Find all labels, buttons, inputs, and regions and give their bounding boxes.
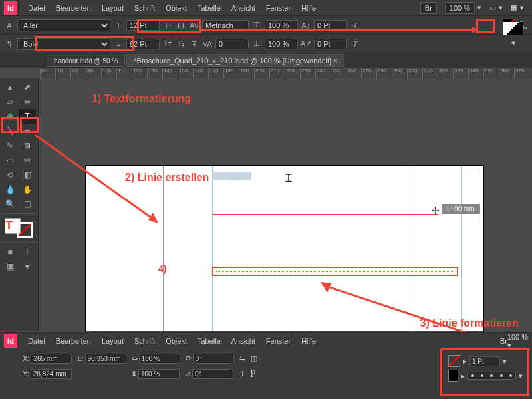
fill-stroke-swatch[interactable]: T	[1, 216, 36, 240]
tab-handout[interactable]: handout.indd @ 50 %	[47, 55, 125, 67]
menu-hilfe[interactable]: Hilfe	[296, 4, 321, 12]
stroke-weight-input[interactable]	[469, 356, 500, 366]
length-input[interactable]	[85, 354, 126, 364]
gradient-tool[interactable]: ◧	[19, 168, 36, 182]
baseline-input[interactable]	[314, 20, 347, 31]
subscript-icon[interactable]: T₁	[176, 39, 186, 49]
annotation-2: 2) Linie erstellen	[125, 172, 209, 184]
menu-schrift[interactable]: Schrift	[129, 4, 160, 12]
y-label: Y:	[23, 370, 29, 378]
annotation-4: 4)	[158, 263, 166, 274]
close-icon[interactable]: ×	[333, 57, 337, 65]
x-input[interactable]	[31, 354, 72, 364]
bottom-control-area: 3) Linie formatieren Id Datei Bearbeiten…	[0, 332, 532, 399]
drawn-line[interactable]	[212, 214, 438, 215]
hand-tool[interactable]: ✋	[19, 182, 36, 197]
apply-color[interactable]: ■	[1, 245, 19, 259]
view-mode[interactable]: ▣	[1, 259, 19, 274]
horizontal-ruler[interactable]: 6070809010011012013014015016017018019020…	[40, 68, 532, 78]
shear-icon: ⊿	[185, 370, 191, 378]
font-family-select[interactable]: Aller	[17, 19, 110, 31]
note-tool[interactable]: ▢	[19, 197, 36, 211]
eyedropper-tool[interactable]: 💧	[1, 182, 19, 197]
strike-icon[interactable]: Ŧ	[189, 39, 200, 49]
tracking-icon: ⊤	[251, 20, 262, 31]
text-frame[interactable]	[212, 166, 462, 331]
menu-datei[interactable]: Datei	[23, 4, 51, 12]
app-logo: Id	[4, 1, 17, 15]
transform-tool[interactable]: ⟲	[1, 168, 19, 182]
pencil-tool[interactable]: ✎	[1, 138, 19, 153]
dropdown-icon[interactable]: ▾	[477, 3, 481, 12]
menu-bearbeiten[interactable]: Bearbeiten	[51, 4, 96, 12]
flip-h-icon[interactable]: ⇋	[239, 354, 245, 363]
y-input[interactable]	[31, 369, 72, 379]
apply-to-text[interactable]: T	[19, 245, 36, 259]
right-panel-collapsed[interactable]: ◂	[500, 16, 525, 52]
annotation-1: 1) Textformatierung	[92, 93, 191, 105]
scale-x-icon: ⇔	[132, 354, 138, 363]
stroke-type-select[interactable]	[467, 372, 516, 380]
highlight-fontweight	[35, 36, 134, 51]
direct-select-tool[interactable]: ⬈	[19, 80, 36, 94]
text-content[interactable]: Ihre Notizen	[212, 171, 251, 181]
zoom-level[interactable]: 100 %	[445, 2, 475, 14]
stroke-style-panel: ▸▾ ▸▾	[446, 352, 525, 392]
stroke-black-icon[interactable]	[448, 370, 458, 382]
swatch-icon[interactable]	[503, 22, 523, 35]
main-menubar: Id Datei Bearbeiten Layout Schrift Objek…	[0, 0, 532, 16]
menu-objekt[interactable]: Objekt	[160, 4, 192, 12]
gap-tool[interactable]: ⇔	[19, 94, 36, 109]
kerning-input[interactable]	[202, 20, 249, 31]
highlight-line-tool	[20, 117, 39, 133]
dotted-line-result[interactable]	[212, 267, 458, 276]
page-tool[interactable]: ▱	[1, 94, 19, 109]
skew-icon: A↗	[301, 39, 311, 49]
view-options-icon[interactable]: ▦	[511, 3, 517, 12]
text-skew-icon[interactable]: T	[350, 39, 360, 49]
line-endpoint-cursor: ✢	[432, 205, 440, 216]
screen-mode-icon[interactable]: ▭	[489, 3, 496, 12]
selection-tool[interactable]: ▴	[1, 80, 19, 94]
ref-point-icon[interactable]	[4, 352, 17, 365]
rect-frame-tool[interactable]: ⊠	[19, 138, 36, 153]
menu-layout[interactable]: Layout	[96, 4, 129, 12]
measurement-tooltip: L: 90 mm	[442, 204, 480, 214]
bridge-button[interactable]: Br	[420, 2, 437, 14]
tab-broschure[interactable]: *Broschure_Quad_210_x_210.indd @ 100 % […	[126, 54, 344, 67]
tracking-input[interactable]	[215, 39, 249, 49]
highlight-fontsize	[137, 19, 201, 33]
scale-y-icon: ⇕	[131, 370, 137, 378]
x-label: X:	[23, 354, 29, 362]
text-italic-icon[interactable]: T	[350, 20, 360, 31]
expand-icon[interactable]: ◂	[511, 38, 515, 47]
shear-input[interactable]	[192, 369, 233, 379]
rotate-input[interactable]	[193, 354, 234, 364]
bottom-menubar: Id Datei Bearbeiten Layout Schrift Objek…	[0, 333, 532, 349]
p-icon[interactable]: P	[250, 368, 256, 380]
scale-y-input[interactable]	[138, 369, 180, 379]
char-mode-icon[interactable]: A	[4, 20, 15, 31]
text-cursor-icon: Ꮖ	[285, 172, 293, 184]
flip-v-icon[interactable]: ⥮	[239, 370, 245, 378]
para-mode-icon[interactable]: ¶	[4, 39, 15, 49]
font-size-icon: T	[113, 20, 124, 31]
menu-tabelle[interactable]: Tabelle	[192, 4, 226, 12]
zoom-tool[interactable]: 🔍	[1, 197, 19, 211]
menu-ansicht[interactable]: Ansicht	[226, 4, 261, 12]
pathfinder-icon[interactable]: ◫	[251, 354, 257, 363]
control-bar-1: A Aller T T¹ TT AV ⊤ A↕ T A.	[0, 16, 532, 35]
tool-panel: ▴ ⬈ ▱ ⇔ ⊕ T ╲ ✒ ✎ ⊠ ▭ ✂ ⟲ ◧ 💧 ✋ 🔍 ▢ T ■ …	[0, 78, 39, 331]
smallcaps-icon[interactable]: Tᴛ	[162, 39, 173, 49]
menu-fenster[interactable]: Fenster	[261, 4, 296, 12]
rect-tool[interactable]: ▭	[1, 153, 19, 168]
app-logo-bottom: Id	[4, 334, 17, 348]
scale-x-input[interactable]	[139, 354, 180, 364]
scissors-tool[interactable]: ✂	[19, 153, 36, 168]
guide-vertical[interactable]	[163, 166, 164, 331]
baseline-icon: A↕	[301, 20, 311, 31]
hscale-input[interactable]	[265, 20, 298, 31]
document-page[interactable]: Ihre Notizen Ꮖ ✢ L: 90 mm	[85, 165, 484, 331]
fill-none-icon[interactable]	[448, 355, 460, 367]
document-canvas[interactable]: Ihre Notizen Ꮖ ✢ L: 90 mm 1) Textformati…	[39, 78, 532, 331]
